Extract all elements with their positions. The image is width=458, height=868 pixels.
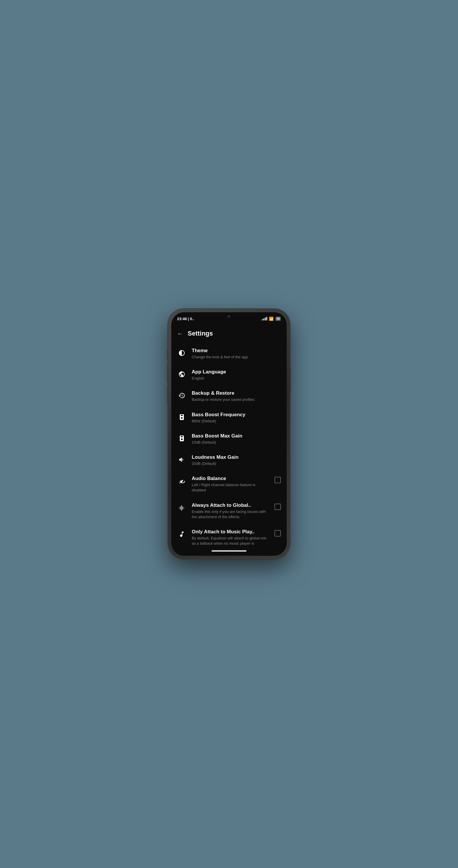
settings-item-bass-gain[interactable]: Bass Boost Max Gain 15dB (Default) — [171, 429, 287, 450]
backup-title: Backup & Restore — [192, 390, 281, 396]
status-bar: 23:46 | 0.. 📶 38 — [171, 312, 287, 325]
battery-icon: 38 — [275, 317, 281, 321]
settings-item-bass-freq[interactable]: Bass Boost Frequency 80Hz (Default) — [171, 407, 287, 429]
language-content: App Language English — [192, 369, 281, 381]
bass-freq-subtitle: 80Hz (Default) — [192, 418, 281, 424]
status-time: 23:46 | 0.. — [177, 317, 194, 321]
screen-content: ← Settings Theme Change the look & feel … — [171, 325, 287, 546]
app-header: ← Settings — [171, 325, 287, 343]
settings-item-audio-balance[interactable]: Audio Balance Left / Right channel balan… — [171, 471, 287, 497]
notch — [210, 312, 248, 320]
speaker-gain-icon — [177, 434, 186, 443]
audio-balance-content: Audio Balance Left / Right channel balan… — [192, 476, 269, 493]
bass-freq-title: Bass Boost Frequency — [192, 412, 281, 418]
volume-down-button[interactable] — [167, 386, 168, 405]
home-indicator — [171, 546, 287, 556]
volume-up-button[interactable] — [167, 364, 168, 382]
always-attach-subtitle: Enable this only if you are facing issue… — [192, 509, 269, 520]
music-note-icon — [177, 530, 186, 539]
bass-gain-subtitle: 15dB (Default) — [192, 440, 281, 445]
audio-balance-subtitle: Left / Right channel balance feature is … — [192, 482, 269, 493]
back-button[interactable]: ← — [177, 331, 183, 336]
theme-icon — [177, 348, 186, 358]
settings-item-loudness[interactable]: Loudness Max Gain 20dB (Default) — [171, 450, 287, 471]
home-bar[interactable] — [212, 550, 246, 552]
power-button[interactable] — [290, 367, 291, 393]
loudness-subtitle: 20dB (Default) — [192, 461, 281, 466]
always-attach-checkbox[interactable] — [274, 504, 281, 510]
settings-item-theme[interactable]: Theme Change the look & feel of the app — [171, 343, 287, 364]
page-title: Settings — [188, 330, 213, 337]
settings-item-backup[interactable]: Backup & Restore Backup or restore your … — [171, 386, 287, 407]
loudness-content: Loudness Max Gain 20dB (Default) — [192, 455, 281, 466]
backup-icon — [177, 391, 186, 400]
camera — [227, 315, 231, 318]
globe-icon — [177, 370, 186, 379]
backup-content: Backup & Restore Backup or restore your … — [192, 390, 281, 402]
backup-subtitle: Backup or restore your saved profiles — [192, 397, 281, 402]
only-attach-content: Only Attach to Music Play.. By default, … — [192, 529, 269, 546]
theme-title: Theme — [192, 348, 281, 353]
only-attach-title: Only Attach to Music Play.. — [192, 529, 269, 535]
phone-screen: 23:46 | 0.. 📶 38 ← — [171, 312, 287, 556]
theme-content: Theme Change the look & feel of the app — [192, 348, 281, 360]
bass-gain-content: Bass Boost Max Gain 15dB (Default) — [192, 433, 281, 445]
audio-balance-checkbox[interactable] — [274, 477, 281, 483]
bass-freq-content: Bass Boost Frequency 80Hz (Default) — [192, 412, 281, 424]
wifi-icon: 📶 — [269, 317, 274, 321]
signal-icon — [262, 317, 267, 320]
settings-item-language[interactable]: App Language English — [171, 364, 287, 386]
only-attach-subtitle: By default, Equalizer will attach to glo… — [192, 536, 269, 546]
volume-icon — [177, 455, 186, 464]
settings-item-only-attach[interactable]: Only Attach to Music Play.. By default, … — [171, 524, 287, 546]
loudness-title: Loudness Max Gain — [192, 455, 281, 460]
bass-gain-title: Bass Boost Max Gain — [192, 433, 281, 439]
theme-subtitle: Change the look & feel of the app — [192, 354, 281, 360]
language-subtitle: English — [192, 376, 281, 381]
audio-balance-title: Audio Balance — [192, 476, 269, 482]
waveform-icon — [177, 503, 186, 513]
speaker-freq-icon — [177, 412, 186, 422]
settings-item-always-attach[interactable]: Always Attach to Global.. Enable this on… — [171, 498, 287, 524]
settings-list: Theme Change the look & feel of the app … — [171, 343, 287, 546]
language-title: App Language — [192, 369, 281, 375]
always-attach-title: Always Attach to Global.. — [192, 502, 269, 508]
balance-icon — [177, 476, 186, 486]
only-attach-checkbox[interactable] — [274, 530, 281, 536]
phone-frame: 23:46 | 0.. 📶 38 ← — [168, 309, 290, 559]
status-icons: 📶 38 — [262, 317, 281, 321]
always-attach-content: Always Attach to Global.. Enable this on… — [192, 502, 269, 520]
volume-silent-button[interactable] — [167, 349, 168, 360]
